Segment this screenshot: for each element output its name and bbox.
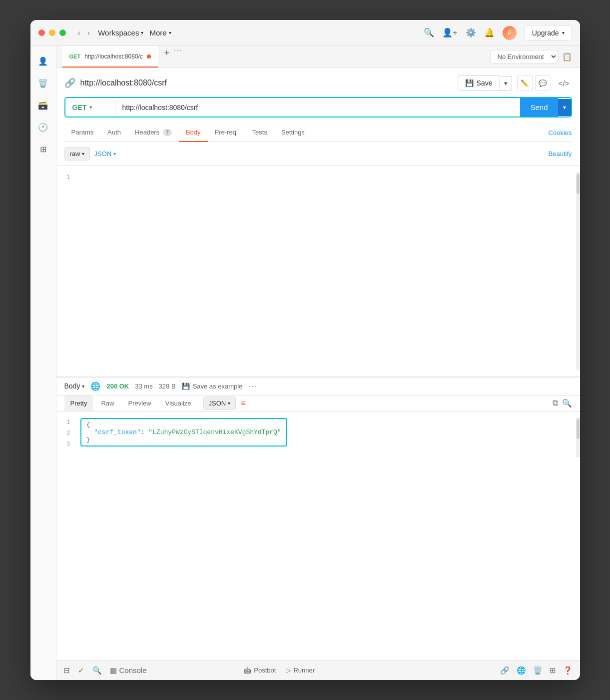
edit-button[interactable]: ✏️ xyxy=(517,75,533,91)
chevron-down-icon: ▾ xyxy=(169,30,171,36)
content-area: GET http://localhost:8080/c + ··· No Env… xyxy=(56,46,580,680)
environment-select[interactable]: No Environment xyxy=(490,50,558,64)
body-format-json[interactable]: JSON ▾ xyxy=(94,150,116,158)
maximize-button[interactable] xyxy=(59,30,66,36)
chevron-down-icon: ▾ xyxy=(82,151,84,156)
code-content[interactable] xyxy=(76,172,576,370)
save-example-button[interactable]: 💾 Save as example xyxy=(182,382,243,390)
code-editor[interactable]: 1 xyxy=(56,166,580,377)
chevron-down-icon: ▾ xyxy=(113,151,116,156)
tab-body[interactable]: Body xyxy=(179,124,208,142)
cookies-button[interactable]: Cookies xyxy=(549,124,572,142)
url-input[interactable] xyxy=(115,98,521,116)
body-format-raw[interactable]: raw ▾ xyxy=(64,147,90,160)
tabs-more-button[interactable]: ··· xyxy=(174,46,183,68)
globe-icon: 🌐 xyxy=(90,382,100,391)
chevron-down-icon: ▾ xyxy=(228,400,230,406)
response-format-json[interactable]: JSON ▾ xyxy=(203,396,236,410)
settings-icon[interactable]: ⚙️ xyxy=(466,28,476,38)
response-panel: Body ▾ 🌐 200 OK 33 ms 328 B 💾 Save as ex… xyxy=(56,377,580,462)
back-button[interactable]: ‹ xyxy=(76,26,82,40)
bottom-link-icon[interactable]: 🔗 xyxy=(500,666,510,675)
request-type-icon: 🔗 xyxy=(64,78,75,88)
bottom-layout-icon[interactable]: ⊟ xyxy=(63,666,70,675)
postbot-button[interactable]: 🤖 Postbot xyxy=(243,666,276,674)
tab-settings[interactable]: Settings xyxy=(274,124,312,142)
request-tab[interactable]: GET http://localhost:8080/c xyxy=(62,46,158,68)
bell-icon[interactable]: 🔔 xyxy=(484,28,495,38)
sidebar-item-clock[interactable]: 🕐 xyxy=(34,118,52,136)
save-button[interactable]: 💾 Save xyxy=(458,76,500,90)
response-more-button[interactable]: ··· xyxy=(248,382,257,390)
send-button[interactable]: Send xyxy=(520,98,558,116)
send-dropdown-button[interactable]: ▾ xyxy=(558,99,571,116)
method-label: GET xyxy=(72,104,87,112)
editor-scrollbar-thumb xyxy=(577,174,580,194)
headers-badge: 7 xyxy=(163,129,172,136)
bottom-columns-icon[interactable]: ⊞ xyxy=(550,666,556,675)
search-icon[interactable]: 🔍 xyxy=(562,398,572,408)
response-action-icons: ⧉ 🔍 xyxy=(553,398,572,408)
method-selector[interactable]: GET ▾ xyxy=(65,100,115,116)
resp-tab-preview[interactable]: Preview xyxy=(122,396,157,412)
close-button[interactable] xyxy=(38,30,45,36)
search-icon[interactable]: 🔍 xyxy=(424,28,434,38)
console-frame-icon: ▦ xyxy=(110,666,117,675)
minimize-button[interactable] xyxy=(49,30,55,36)
bottom-trash-icon[interactable]: 🗑️ xyxy=(533,666,543,675)
sidebar-item-collections[interactable]: 🗃️ xyxy=(34,96,52,114)
sidebar-item-profile[interactable]: 👤 xyxy=(34,52,52,70)
bottom-globe-icon[interactable]: 🌐 xyxy=(517,666,526,675)
resp-tab-visualize[interactable]: Visualize xyxy=(159,396,197,412)
tab-auth[interactable]: Auth xyxy=(100,124,128,142)
response-header: Body ▾ 🌐 200 OK 33 ms 328 B 💾 Save as ex… xyxy=(56,378,580,396)
runner-icon: ▷ xyxy=(286,666,291,674)
bottom-check-icon[interactable]: ✓ xyxy=(78,666,84,675)
upgrade-button[interactable]: Upgrade ▾ xyxy=(525,26,572,40)
resp-tab-pretty[interactable]: Pretty xyxy=(64,396,93,412)
editor-scrollbar[interactable] xyxy=(576,172,580,370)
tab-params[interactable]: Params xyxy=(64,124,101,142)
runner-button[interactable]: ▷ Runner xyxy=(286,666,315,674)
json-value-csrf: "LZuhyPWzCySTIqenvHixeKVgShYdTprQ" xyxy=(148,428,281,436)
save-dropdown-button[interactable]: ▾ xyxy=(500,76,512,90)
response-body-select[interactable]: Body ▾ xyxy=(64,382,85,390)
request-name-bar: 🔗 http://localhost:8080/csrf 💾 Save ▾ ✏️… xyxy=(64,75,572,91)
tab-url: http://localhost:8080/c xyxy=(84,53,143,60)
response-tabs: Pretty Raw Preview Visualize JSON ▾ ≡ ⧉ … xyxy=(56,396,580,412)
code-view-button[interactable]: </> xyxy=(556,75,572,91)
forward-button[interactable]: › xyxy=(85,26,92,40)
more-button[interactable]: More ▾ xyxy=(149,28,171,37)
sidebar-item-history[interactable]: 🗑️ xyxy=(34,74,52,92)
sidebar-item-grid[interactable]: ⊞ xyxy=(34,140,52,158)
response-json-highlight: { "csrf_token": "LZuhyPWzCySTIqenvHixeKV… xyxy=(80,418,287,446)
copy-icon[interactable]: ⧉ xyxy=(553,398,558,408)
add-tab-button[interactable]: + xyxy=(160,46,174,60)
traffic-lights xyxy=(38,30,66,36)
comment-button[interactable]: 💬 xyxy=(535,75,551,91)
workspaces-button[interactable]: Workspaces ▾ xyxy=(98,28,143,37)
bottom-console-icon[interactable]: ▦ Console xyxy=(110,666,147,675)
bottom-search-icon[interactable]: 🔍 xyxy=(92,666,102,675)
env-settings-icon[interactable]: 📋 xyxy=(560,50,574,64)
add-user-icon[interactable]: 👤+ xyxy=(442,28,458,38)
request-tabs: Params Auth Headers 7 Body Pre-req. Test… xyxy=(64,124,572,142)
response-time: 33 ms xyxy=(135,382,152,390)
bottom-bar: ⊟ ✓ 🔍 ▦ Console 🤖 Postbot ▷ Runner xyxy=(56,660,580,680)
url-bar: GET ▾ Send ▾ xyxy=(64,97,572,118)
response-line-numbers: 1 2 3 xyxy=(56,417,76,457)
tab-tests[interactable]: Tests xyxy=(245,124,274,142)
filter-icon[interactable]: ≡ xyxy=(241,399,245,408)
bottom-help-icon[interactable]: ❓ xyxy=(563,666,573,675)
titlebar-icons: 🔍 👤+ ⚙️ 🔔 P Upgrade ▾ xyxy=(424,26,572,40)
avatar[interactable]: P xyxy=(503,26,517,40)
beautify-button[interactable]: Beautify xyxy=(549,150,572,158)
tab-prereq[interactable]: Pre-req. xyxy=(208,124,245,142)
response-scrollbar[interactable] xyxy=(576,417,580,457)
tab-unsaved-dot xyxy=(147,54,151,58)
resp-tab-raw[interactable]: Raw xyxy=(95,396,120,412)
request-name: http://localhost:8080/csrf xyxy=(80,78,453,88)
tab-headers[interactable]: Headers 7 xyxy=(128,124,179,142)
response-line-1: { xyxy=(86,421,281,428)
response-line-2: "csrf_token": "LZuhyPWzCySTIqenvHixeKVgS… xyxy=(86,428,281,436)
